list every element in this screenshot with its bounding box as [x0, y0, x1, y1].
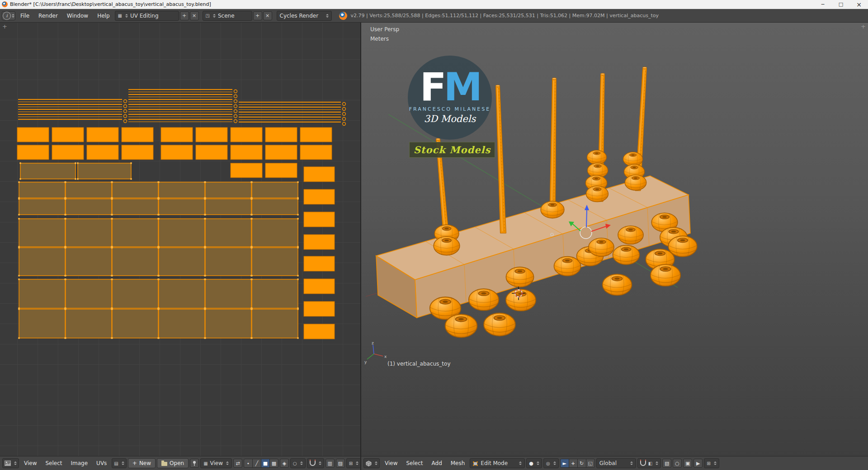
- opengl-render-button[interactable]: ▣: [683, 459, 692, 468]
- viewport-options-dropdown[interactable]: ⊞: [704, 458, 719, 468]
- plus-icon: +: [132, 460, 137, 466]
- shading-dropdown[interactable]: ●: [526, 458, 542, 468]
- vp-menu-view[interactable]: View: [381, 459, 401, 468]
- scene-name: Scene: [218, 13, 235, 19]
- screen-layout-icon: ▦: [118, 13, 122, 18]
- logo-f: F: [420, 69, 444, 105]
- add-scene-button[interactable]: +: [253, 11, 262, 20]
- info-editor-icon: i: [3, 12, 11, 20]
- delete-scene-button[interactable]: ×: [263, 11, 272, 20]
- editor-type-selector[interactable]: [2, 458, 19, 468]
- editor-type-selector[interactable]: [363, 458, 380, 468]
- uv-canvas[interactable]: +: [0, 23, 360, 456]
- display-mode-icon: ▦: [203, 461, 208, 466]
- screen-layout-name: UV Editing: [130, 13, 159, 19]
- proportional-edit-dropdown[interactable]: ○: [290, 458, 306, 468]
- dropdown-arrows-icon: [553, 461, 556, 465]
- browse-arrows-icon: [213, 14, 216, 18]
- menu-help[interactable]: Help: [93, 11, 113, 20]
- editor-divider[interactable]: [360, 23, 361, 470]
- sticky-select-button[interactable]: ◈: [280, 459, 289, 468]
- uv-sync-selection-button[interactable]: ⇄: [233, 459, 242, 468]
- menu-file[interactable]: File: [16, 11, 33, 20]
- blender-app-icon: [2, 1, 8, 7]
- logo-3d-models: 3D Models: [424, 113, 476, 124]
- uv-view-label: View: [210, 460, 223, 466]
- active-object-overlay: (1) vertical_abacus_toy: [387, 361, 450, 367]
- vertex-select-button[interactable]: ∙: [244, 459, 253, 468]
- maximize-button[interactable]: □: [832, 0, 850, 9]
- magnet-icon: [310, 461, 316, 466]
- uv-menu-view[interactable]: View: [20, 459, 40, 468]
- scene-selector[interactable]: ◳ Scene: [203, 11, 252, 21]
- dropdown-arrows-icon: [356, 461, 359, 465]
- manipulator-group: ► + ↻ ◱: [560, 459, 595, 468]
- region-expand-icon[interactable]: +: [2, 24, 7, 29]
- info-header: i File Render Window Help ▦ UV Editing +…: [0, 9, 868, 23]
- menu-render[interactable]: Render: [34, 11, 62, 20]
- proportional-edit-button[interactable]: ○: [673, 459, 682, 468]
- dropdown-arrows-icon: [714, 461, 717, 465]
- vp-menu-mesh[interactable]: Mesh: [447, 459, 469, 468]
- translate-manipulator-button[interactable]: +: [569, 459, 578, 468]
- window-type-button[interactable]: i: [2, 11, 15, 20]
- snap-dropdown[interactable]: [307, 458, 324, 468]
- uv-menu-image[interactable]: Image: [67, 459, 92, 468]
- units-overlay: Meters: [370, 36, 389, 42]
- edge-select-button[interactable]: ╱: [252, 459, 261, 468]
- screen-layout-selector[interactable]: ▦ UV Editing: [115, 11, 179, 21]
- viewport-canvas[interactable]: User Persp Meters +: [361, 23, 868, 456]
- pin-image-button[interactable]: [190, 459, 199, 468]
- add-layout-button[interactable]: +: [180, 11, 189, 20]
- logo-subtitle: FRANCESCO MILANESE: [409, 106, 491, 112]
- grid-icon: ⊞: [707, 461, 710, 466]
- uv-menu-select[interactable]: Select: [42, 459, 66, 468]
- mode-selector[interactable]: Edit Mode: [470, 458, 525, 468]
- uv-menu-uvs[interactable]: UVs: [93, 459, 110, 468]
- image-open-button[interactable]: Open: [157, 458, 189, 468]
- occlude-geometry-button[interactable]: ▧: [662, 459, 671, 468]
- dropdown-arrows-icon: [519, 461, 522, 465]
- opengl-render-anim-button[interactable]: ▶: [693, 459, 703, 468]
- uv-display-button-b[interactable]: ▨: [336, 459, 345, 468]
- uv-image-editor: + View Select Image UVs: [0, 23, 360, 470]
- uv-islands: [17, 89, 346, 339]
- vp-menu-add[interactable]: Add: [428, 459, 446, 468]
- scene-icon: ◳: [206, 13, 210, 18]
- uv-options-dropdown[interactable]: ⊞: [346, 458, 361, 468]
- region-expand-icon[interactable]: +: [861, 24, 866, 29]
- scale-manipulator-button[interactable]: ◱: [586, 459, 595, 468]
- image-new-button[interactable]: + New: [128, 458, 156, 468]
- dropdown-arrows-icon: [375, 461, 377, 465]
- folder-icon: [161, 462, 167, 466]
- menu-window[interactable]: Window: [63, 11, 92, 20]
- manipulator-toggle-button[interactable]: ►: [560, 459, 569, 468]
- uv-view-dropdown[interactable]: ▦ View: [200, 458, 232, 468]
- magnet-icon: [640, 461, 646, 466]
- edit-mode-icon: [473, 461, 478, 466]
- render-engine-selector[interactable]: Cycles Render: [277, 11, 332, 21]
- image-browse-dropdown[interactable]: ▤: [112, 458, 126, 468]
- close-button[interactable]: ×: [850, 0, 868, 9]
- uv-display-button-a[interactable]: ▥: [326, 459, 335, 468]
- uv-islands-graphic: [0, 23, 360, 456]
- minimize-button[interactable]: ─: [814, 0, 832, 9]
- logo-fm: F M: [420, 69, 480, 105]
- view3d-editor-icon: [366, 461, 372, 466]
- proportional-edit-icon: ○: [293, 461, 297, 466]
- viewport-3d: User Persp Meters +: [361, 23, 868, 470]
- snap-dropdown[interactable]: ◧: [637, 458, 661, 468]
- vp-menu-select[interactable]: Select: [402, 459, 426, 468]
- dropdown-arrows-icon: [656, 461, 658, 465]
- rotate-manipulator-button[interactable]: ↻: [577, 459, 586, 468]
- axis-y-label: y: [364, 360, 367, 364]
- orientation-label: Global: [599, 460, 617, 466]
- window-titlebar: Blender* [C:\Users\franc\Desktop\vertica…: [0, 0, 868, 9]
- island-select-button[interactable]: ▩: [269, 459, 278, 468]
- pivot-dropdown[interactable]: ◎: [543, 458, 559, 468]
- open-button-label: Open: [170, 460, 184, 466]
- dropdown-arrows-icon: [300, 461, 303, 465]
- delete-layout-button[interactable]: ×: [190, 11, 199, 20]
- orientation-selector[interactable]: Global: [596, 458, 636, 468]
- face-select-button[interactable]: ■: [261, 459, 270, 468]
